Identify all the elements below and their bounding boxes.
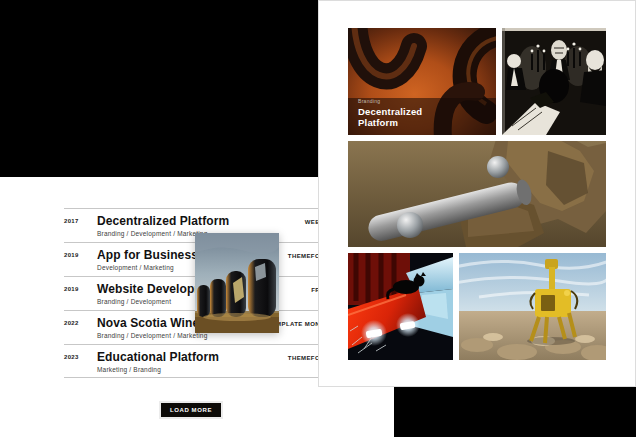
project-year: 2017 — [64, 215, 97, 224]
project-title: Decentralized Platform — [97, 215, 305, 228]
rocks-chrome-tube-icon — [348, 141, 606, 247]
project-year: 2019 — [64, 249, 97, 258]
project-year: 2019 — [64, 283, 97, 292]
project-year: 2022 — [64, 317, 97, 326]
car-cat-icon — [348, 253, 453, 360]
card-car-cat[interactable] — [348, 253, 453, 360]
project-source-label: THEMEFO — [288, 249, 320, 259]
portfolio-grid-page: Branding Decentralized Platform — [318, 0, 636, 387]
screenshot-canvas: 2017 Decentralized Platform Branding / D… — [0, 0, 636, 437]
card-robot-desert[interactable] — [459, 253, 606, 360]
project-categories: Branding / Development / Marketing — [97, 332, 268, 339]
project-preview-cars-image — [195, 233, 279, 333]
card-seance-etching[interactable] — [502, 28, 606, 135]
project-source-label: THEMEFO — [288, 351, 320, 361]
card-decentralized-platform[interactable]: Branding Decentralized Platform — [348, 28, 496, 135]
card-title: Decentralized Platform — [358, 106, 450, 128]
project-row-educational-platform[interactable]: 2023 Educational Platform Marketing / Br… — [64, 344, 350, 378]
project-year: 2023 — [64, 351, 97, 360]
cards-grid: Branding Decentralized Platform — [348, 28, 606, 366]
card-tag: Branding — [358, 98, 450, 104]
project-title: Educational Platform — [97, 351, 288, 364]
project-categories: Marketing / Branding — [97, 366, 288, 373]
seance-etching-icon — [502, 28, 606, 135]
vintage-cars-photo-icon — [195, 233, 279, 333]
load-more-button[interactable]: LOAD MORE — [159, 401, 223, 419]
robot-desert-icon — [459, 253, 606, 360]
card-rocks-3d[interactable] — [348, 141, 606, 247]
